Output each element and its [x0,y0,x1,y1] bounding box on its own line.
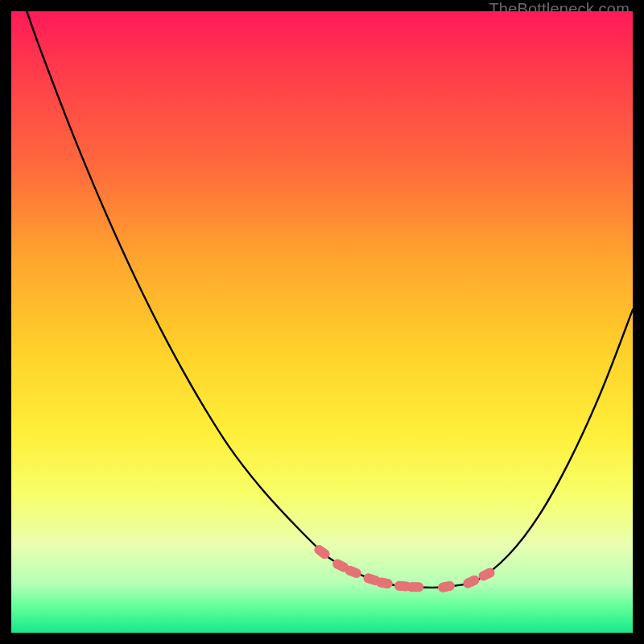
highlighted-points [313,543,496,592]
bottleneck-curve [27,11,633,588]
bottleneck-curve-path [27,11,633,588]
highlight-marker [344,565,362,580]
plot-area [11,11,633,633]
highlight-marker [438,581,456,593]
curve-layer [11,11,633,633]
highlight-marker [375,577,393,588]
chart-stage: TheBottleneck.com [0,0,644,644]
highlight-marker [407,583,423,592]
highlight-marker [477,567,496,582]
highlight-marker [462,574,481,589]
